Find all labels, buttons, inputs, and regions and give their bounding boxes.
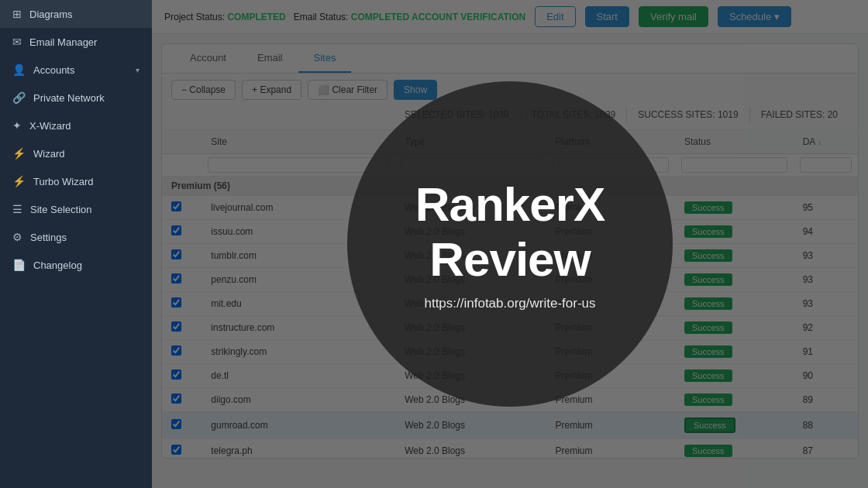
overlay: RankerXReview https://infotab.org/write-… [152,0,868,488]
overlay-title: RankerXReview [415,177,605,287]
sidebar-label-wizard: Wizard [33,148,140,160]
sidebar-label-email-manager: Email Manager [29,36,140,48]
sidebar: ⊞ Diagrams ✉ Email Manager 👤 Accounts ▾ … [0,0,152,488]
sidebar-item-private-network[interactable]: 🔗 Private Network [0,84,152,112]
private-network-icon: 🔗 [12,91,26,104]
main-content: Project Status: COMPLETED Email Status: … [152,0,868,488]
sidebar-label-site-selection: Site Selection [30,204,140,215]
sidebar-item-accounts[interactable]: 👤 Accounts ▾ [0,56,152,84]
sidebar-item-changelog[interactable]: 📄 Changelog [0,251,152,279]
sidebar-item-wizard[interactable]: ⚡ Wizard [0,139,152,167]
settings-icon: ⚙ [12,231,22,243]
changelog-icon: 📄 [12,259,26,271]
wizard-icon: ⚡ [12,147,26,160]
overlay-url: https://infotab.org/write-for-us [424,296,595,311]
site-selection-icon: ☰ [12,203,22,215]
sidebar-label-turbo-wizard: Turbo Wizard [33,176,140,187]
sidebar-item-x-wizard[interactable]: ✦ X-Wizard [0,112,152,139]
sidebar-label-x-wizard: X-Wizard [29,120,140,132]
sidebar-label-accounts: Accounts [33,64,128,76]
sidebar-item-email-manager[interactable]: ✉ Email Manager [0,28,152,56]
sidebar-item-diagrams[interactable]: ⊞ Diagrams [0,0,152,28]
x-wizard-icon: ✦ [12,119,22,132]
chevron-down-icon: ▾ [136,66,140,74]
sidebar-item-site-selection[interactable]: ☰ Site Selection [0,195,152,223]
overlay-circle: RankerXReview https://infotab.org/write-… [347,81,673,407]
sidebar-label-changelog: Changelog [33,259,140,271]
sidebar-label-settings: Settings [30,232,140,243]
accounts-icon: 👤 [12,64,26,76]
email-manager-icon: ✉ [12,36,22,48]
diagrams-icon: ⊞ [12,8,22,20]
sidebar-item-settings[interactable]: ⚙ Settings [0,223,152,251]
turbo-wizard-icon: ⚡ [12,175,26,187]
sidebar-label-diagrams: Diagrams [29,9,140,20]
sidebar-label-private-network: Private Network [33,92,140,104]
sidebar-item-turbo-wizard[interactable]: ⚡ Turbo Wizard [0,167,152,195]
